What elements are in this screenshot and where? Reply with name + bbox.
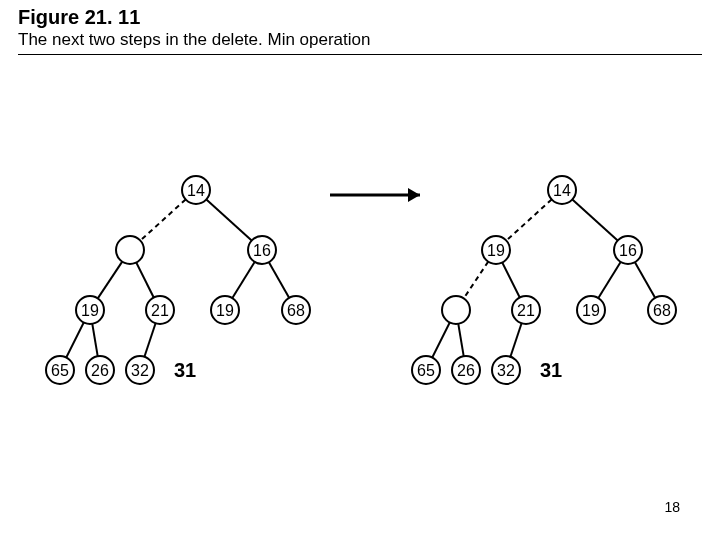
right-inserted-label: 31 — [540, 359, 562, 381]
left-root-label: 14 — [187, 182, 205, 199]
right-L-label: 19 — [487, 242, 505, 259]
tree-diagram: 1416192119686526323114191621196865263231 — [0, 0, 720, 540]
svg-line-3 — [136, 263, 153, 298]
svg-line-16 — [458, 324, 463, 356]
left-LRL-label: 32 — [131, 362, 149, 379]
right-RR-label: 68 — [653, 302, 671, 319]
left-R-label: 16 — [253, 242, 271, 259]
svg-line-14 — [635, 262, 655, 298]
svg-line-2 — [98, 262, 122, 299]
svg-line-8 — [144, 323, 155, 356]
right-LL — [442, 296, 470, 324]
right-R-label: 16 — [619, 242, 637, 259]
left-inserted-label: 31 — [174, 359, 196, 381]
right-LLR-label: 26 — [457, 362, 475, 379]
left-LL-label: 19 — [81, 302, 99, 319]
left-L — [116, 236, 144, 264]
svg-line-1 — [206, 199, 251, 240]
left-LR-label: 21 — [151, 302, 169, 319]
svg-line-13 — [598, 262, 620, 298]
svg-line-5 — [269, 262, 289, 298]
right-root-label: 14 — [553, 182, 571, 199]
svg-line-4 — [232, 262, 254, 298]
right-LR-label: 21 — [517, 302, 535, 319]
svg-line-9 — [506, 199, 551, 240]
left-RL-label: 19 — [216, 302, 234, 319]
right-LLL-label: 65 — [417, 362, 435, 379]
left-LLL-label: 65 — [51, 362, 69, 379]
svg-line-7 — [92, 324, 97, 356]
svg-line-17 — [510, 323, 521, 356]
svg-line-10 — [572, 199, 617, 240]
arrow-head-icon — [408, 188, 420, 202]
svg-line-11 — [464, 262, 488, 299]
svg-line-15 — [432, 323, 449, 358]
left-LLR-label: 26 — [91, 362, 109, 379]
svg-line-12 — [502, 263, 519, 298]
svg-line-6 — [66, 323, 83, 358]
right-RL-label: 19 — [582, 302, 600, 319]
right-LRL-label: 32 — [497, 362, 515, 379]
svg-line-0 — [140, 199, 185, 240]
left-RR-label: 68 — [287, 302, 305, 319]
